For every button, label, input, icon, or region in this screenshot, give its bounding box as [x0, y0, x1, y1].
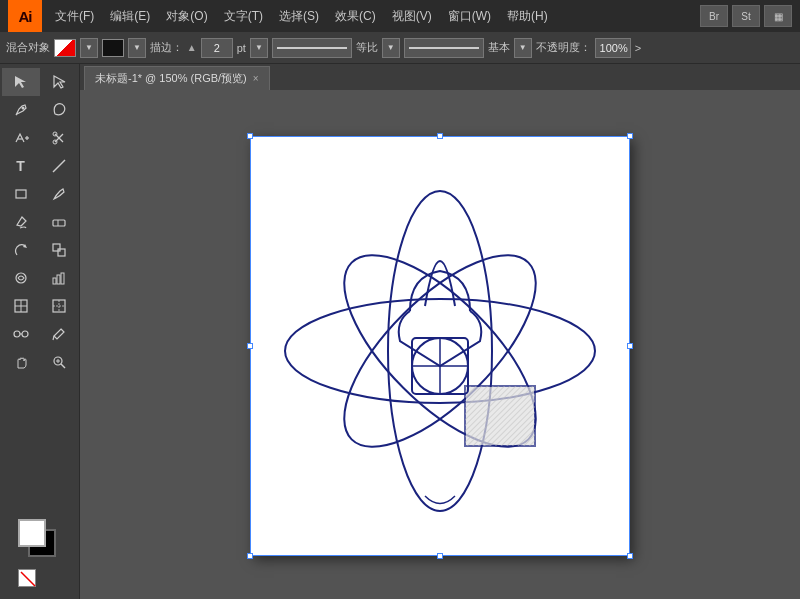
svg-rect-17	[57, 275, 60, 284]
logo-artwork	[270, 156, 610, 536]
svg-rect-18	[61, 273, 64, 284]
handle-tc[interactable]	[437, 133, 443, 139]
lasso-tool[interactable]	[40, 96, 78, 124]
stroke-dropdown[interactable]: ▼	[128, 38, 146, 58]
basic-dropdown[interactable]: ▼	[514, 38, 532, 58]
rotate-tool[interactable]	[2, 236, 40, 264]
grid-btn[interactable]: ▦	[764, 5, 792, 27]
svg-line-33	[21, 572, 35, 586]
tool-row-10	[0, 320, 79, 348]
style-preview[interactable]	[404, 38, 484, 58]
proportional-label: 等比	[356, 40, 378, 55]
paintbucket-tool[interactable]	[2, 208, 40, 236]
svg-rect-16	[53, 278, 56, 284]
hand-tool[interactable]	[2, 348, 40, 376]
zoom-tool[interactable]	[40, 348, 78, 376]
menu-type[interactable]: 文字(T)	[217, 4, 270, 29]
menu-window[interactable]: 窗口(W)	[441, 4, 498, 29]
tool-row-4: T	[0, 152, 79, 180]
handle-tr[interactable]	[627, 133, 633, 139]
handle-bl[interactable]	[247, 553, 253, 559]
handle-ml[interactable]	[247, 343, 253, 349]
tool-row-5	[0, 180, 79, 208]
line-style-preview[interactable]	[272, 38, 352, 58]
menu-effect[interactable]: 效果(C)	[328, 4, 383, 29]
bridge-btn[interactable]: Br	[700, 5, 728, 27]
object-type-label: 混合对象	[6, 40, 50, 55]
svg-rect-13	[53, 244, 60, 251]
slice-tool[interactable]	[40, 292, 78, 320]
tool-row-3	[0, 124, 79, 152]
svg-point-26	[22, 331, 28, 337]
tool-row-6	[0, 208, 79, 236]
type-tool[interactable]: T	[2, 152, 40, 180]
handle-mr[interactable]	[627, 343, 633, 349]
symbol-tool[interactable]	[2, 264, 40, 292]
canvas-area: 未标题-1* @ 150% (RGB/预览) ×	[80, 64, 800, 599]
opacity-input[interactable]	[595, 38, 631, 58]
tool-row-8	[0, 264, 79, 292]
mesh-tool[interactable]	[2, 292, 40, 320]
svg-line-30	[61, 364, 65, 368]
handle-tl[interactable]	[247, 133, 253, 139]
transform-tool[interactable]	[40, 236, 78, 264]
handle-br[interactable]	[627, 553, 633, 559]
titlebar-right: Br St ▦	[700, 5, 792, 27]
toolbox: T	[0, 64, 80, 599]
control-bar: 混合对象 ▼ ▼ 描边： ▲ pt ▼ 等比 ▼ 基本 ▼ 不透明度： >	[0, 32, 800, 64]
tool-row-7	[0, 236, 79, 264]
tab-close-btn[interactable]: ×	[253, 73, 259, 84]
menu-help[interactable]: 帮助(H)	[500, 4, 555, 29]
stroke-unit: pt	[237, 42, 246, 54]
stroke-up[interactable]: ▲	[187, 42, 197, 53]
rect-tool[interactable]	[2, 180, 40, 208]
blend-tool[interactable]	[2, 320, 40, 348]
proportional-dropdown[interactable]: ▼	[382, 38, 400, 58]
menu-object[interactable]: 对象(O)	[159, 4, 214, 29]
add-anchor-tool[interactable]	[2, 124, 40, 152]
svg-rect-10	[53, 220, 65, 226]
pen-tool[interactable]	[2, 96, 40, 124]
fill-swatch[interactable]	[54, 39, 76, 57]
stroke-swatch[interactable]	[102, 39, 124, 57]
foreground-color-swatch[interactable]	[18, 519, 46, 547]
tab-bar: 未标题-1* @ 150% (RGB/预览) ×	[80, 64, 800, 92]
stock-btn[interactable]: St	[732, 5, 760, 27]
svg-point-25	[14, 331, 20, 337]
swatch-stack[interactable]	[18, 519, 62, 563]
line-tool[interactable]	[40, 152, 78, 180]
artboard	[250, 136, 630, 556]
scissors-tool[interactable]	[40, 124, 78, 152]
tool-row-1	[0, 68, 79, 96]
svg-rect-9	[16, 190, 26, 198]
stroke-value-input[interactable]	[201, 38, 233, 58]
menu-select[interactable]: 选择(S)	[272, 4, 326, 29]
color-swatches	[0, 513, 79, 595]
menu-view[interactable]: 视图(V)	[385, 4, 439, 29]
opacity-label: 不透明度：	[536, 40, 591, 55]
select-tool[interactable]	[2, 68, 40, 96]
title-bar: Ai 文件(F) 编辑(E) 对象(O) 文字(T) 选择(S) 效果(C) 视…	[0, 0, 800, 32]
main-area: T	[0, 64, 800, 599]
column-graph-tool[interactable]	[40, 264, 78, 292]
svg-line-28	[53, 336, 54, 340]
svg-rect-39	[465, 386, 535, 446]
eraser-tool[interactable]	[40, 208, 78, 236]
more-options-btn[interactable]: >	[635, 42, 641, 54]
direct-select-tool[interactable]	[40, 68, 78, 96]
menu-bar: 文件(F) 编辑(E) 对象(O) 文字(T) 选择(S) 效果(C) 视图(V…	[48, 4, 555, 29]
drawing-area[interactable]	[80, 92, 800, 599]
fill-dropdown[interactable]: ▼	[80, 38, 98, 58]
tab-title: 未标题-1* @ 150% (RGB/预览)	[95, 71, 247, 86]
menu-file[interactable]: 文件(F)	[48, 4, 101, 29]
stroke-unit-dropdown[interactable]: ▼	[250, 38, 268, 58]
menu-edit[interactable]: 编辑(E)	[103, 4, 157, 29]
svg-line-8	[53, 160, 65, 172]
basic-label: 基本	[488, 40, 510, 55]
document-tab[interactable]: 未标题-1* @ 150% (RGB/预览) ×	[84, 66, 270, 90]
eyedropper-tool[interactable]	[40, 320, 78, 348]
pencil-tool[interactable]	[40, 180, 78, 208]
svg-point-0	[21, 107, 24, 110]
handle-bc[interactable]	[437, 553, 443, 559]
tool-row-11	[0, 348, 79, 376]
